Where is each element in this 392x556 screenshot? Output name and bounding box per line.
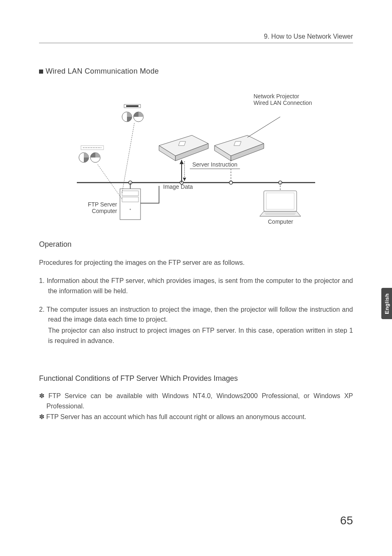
projector-icon	[214, 135, 264, 161]
svg-rect-35	[266, 193, 294, 209]
item-number: 1.	[39, 277, 44, 284]
bullet-text: FTP Server has an account which has full…	[46, 413, 306, 420]
page-header: 9. How to Use Network Viewer	[39, 33, 353, 43]
projector-icon	[159, 135, 208, 161]
breadcrumb: 9. How to Use Network Viewer	[264, 33, 353, 40]
bullet-glyph: ✽	[39, 392, 44, 399]
svg-line-33	[247, 117, 280, 137]
svg-rect-6	[122, 191, 138, 196]
operation-heading: Operation	[39, 240, 353, 249]
list-item: 2. The computer issues an instruction to…	[39, 305, 353, 346]
svg-rect-11	[126, 105, 138, 107]
item-text: Information about the FTP server, which …	[46, 277, 353, 294]
operation-intro: Procedures for projecting the images on …	[39, 258, 353, 268]
page-number: 65	[340, 514, 353, 527]
svg-marker-30	[180, 160, 184, 164]
svg-rect-7	[122, 197, 138, 202]
item-text: The computer issues an instruction to pr…	[46, 306, 353, 323]
item-number: 2.	[39, 306, 44, 313]
bullet-text: FTP Service can be available with Window…	[46, 392, 353, 410]
network-diagram: Network Projector Wired LAN Connection S…	[52, 92, 340, 228]
bullet-glyph: ✽	[39, 413, 44, 420]
bullet-item: ✽ FTP Service can be available with Wind…	[39, 391, 353, 412]
section-title: Wired LAN Communication Mode	[39, 67, 353, 76]
diagram-label-image-data: Image Data	[163, 183, 193, 190]
section-title-text: Wired LAN Communication Mode	[46, 67, 159, 75]
square-bullet-icon	[39, 70, 43, 74]
svg-marker-36	[260, 211, 301, 216]
diagram-label-network-projector: Network Projector Wired LAN Connection	[254, 93, 312, 106]
computer-icon	[260, 191, 301, 216]
diagram-label-server-instruction: Server Instruction	[190, 161, 240, 169]
list-item: 1. Information about the FTP server, whi…	[39, 276, 353, 297]
bullet-item: ✽ FTP Server has an account which has fu…	[39, 412, 353, 422]
language-tab: English	[381, 288, 392, 319]
conditions-heading: Functional Conditions of FTP Server Whic…	[39, 374, 353, 383]
svg-marker-32	[183, 178, 186, 181]
diagram-label-ftp-server: FTP Server Computer	[76, 201, 117, 214]
document-page: 9. How to Use Network Viewer Wired LAN C…	[0, 0, 392, 556]
language-tab-label: English	[384, 293, 390, 314]
svg-line-18	[97, 164, 122, 199]
item-continuation: The projector can also instruct to proje…	[39, 326, 353, 346]
svg-point-8	[130, 209, 131, 210]
diagram-label-computer: Computer	[268, 218, 293, 225]
